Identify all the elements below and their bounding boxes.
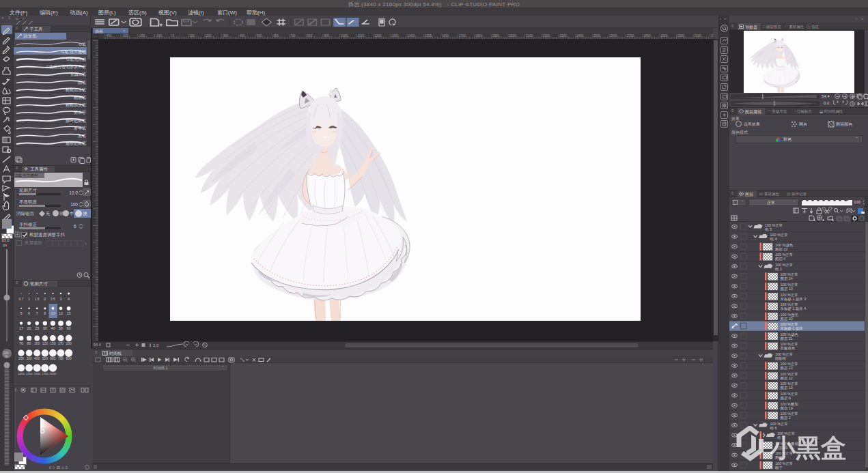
svg-text:800: 800 [307, 34, 313, 38]
svg-text:700: 700 [58, 357, 64, 360]
svg-text:-300: -300 [122, 34, 129, 38]
svg-text:8: 8 [44, 311, 46, 315]
svg-text:1000: 1000 [341, 34, 348, 38]
svg-text:300: 300 [27, 357, 32, 360]
svg-text:80: 80 [27, 341, 31, 345]
svg-text:未标题-1 副本 3: 未标题-1 副本 3 [781, 297, 807, 302]
svg-text:2.5: 2.5 [51, 298, 55, 301]
svg-text:图层 21: 图层 21 [781, 336, 793, 341]
svg-text:10: 10 [51, 311, 55, 315]
svg-text:-200: -200 [139, 34, 145, 38]
svg-text:图层 23: 图层 23 [781, 366, 793, 371]
svg-text:12: 12 [59, 311, 63, 315]
svg-text:2: 2 [44, 297, 46, 301]
svg-text:图层 9: 图层 9 [781, 396, 791, 401]
svg-text:2000: 2000 [50, 372, 57, 375]
svg-text:-100: -100 [156, 34, 163, 38]
svg-text:1500: 1500 [425, 34, 432, 38]
svg-text:20: 20 [27, 326, 31, 330]
svg-text:100: 100 [189, 34, 195, 38]
svg-text:2000: 2000 [509, 34, 517, 38]
svg-text:800: 800 [66, 357, 72, 360]
svg-text:图层 10: 图层 10 [781, 386, 793, 390]
svg-text:200: 200 [66, 342, 72, 345]
svg-text:30: 30 [43, 326, 47, 330]
svg-text:图层 2: 图层 2 [781, 416, 791, 420]
svg-text:3: 3 [60, 297, 62, 301]
svg-text:15: 15 [67, 311, 71, 315]
svg-text:2100: 2100 [526, 34, 533, 38]
svg-text:1700: 1700 [42, 372, 48, 375]
svg-text:7: 7 [36, 311, 38, 315]
svg-text:40: 40 [51, 326, 55, 330]
svg-text:50: 50 [59, 326, 63, 330]
svg-text:300: 300 [223, 34, 228, 38]
svg-text:600: 600 [273, 34, 279, 38]
svg-text:2600: 2600 [610, 34, 617, 38]
svg-text:3000: 3000 [677, 34, 685, 38]
svg-text:3100: 3100 [695, 34, 702, 38]
svg-text:3200: 3200 [711, 34, 713, 38]
svg-text:1000: 1000 [18, 372, 25, 375]
svg-text:2500: 2500 [593, 34, 601, 38]
svg-text:6: 6 [28, 311, 30, 315]
svg-text:70: 70 [19, 341, 23, 345]
svg-text:2.0: 2.0 [153, 343, 159, 347]
svg-text:1: 1 [28, 297, 30, 301]
svg-text:未标题-1 副本: 未标题-1 副本 [781, 326, 804, 331]
svg-text:500: 500 [257, 34, 262, 38]
svg-text:0: 0 [173, 34, 175, 38]
svg-text:600: 600 [50, 357, 55, 360]
svg-text:60: 60 [67, 326, 71, 330]
svg-text:1500: 1500 [33, 372, 40, 375]
svg-text:4: 4 [68, 297, 70, 301]
svg-text:组 1: 组 1 [775, 267, 782, 271]
svg-text:17: 17 [19, 326, 23, 330]
svg-text:900: 900 [324, 34, 329, 38]
svg-text:图层 19: 图层 19 [781, 406, 793, 411]
svg-text:1700: 1700 [459, 34, 466, 38]
svg-text:1200: 1200 [374, 34, 382, 38]
svg-text:未标题-1 副本 4: 未标题-1 副本 4 [781, 306, 807, 311]
svg-text:1200: 1200 [26, 372, 33, 375]
svg-text:2900: 2900 [660, 34, 668, 38]
svg-text:组 4: 组 4 [770, 237, 777, 241]
svg-text:400: 400 [34, 357, 40, 360]
svg-text:图层 12: 图层 12 [781, 376, 793, 381]
svg-text:2300: 2300 [559, 34, 567, 38]
svg-text:700: 700 [290, 34, 296, 38]
svg-text:250: 250 [18, 357, 24, 360]
svg-text:2700: 2700 [627, 34, 634, 38]
svg-text:5: 5 [20, 311, 23, 315]
svg-text:500: 500 [42, 357, 48, 360]
svg-text:1800: 1800 [475, 34, 483, 38]
svg-text:1300: 1300 [391, 34, 399, 38]
svg-text:25: 25 [35, 326, 39, 330]
svg-text:图层 13: 图层 13 [781, 287, 793, 291]
svg-text:组 5: 组 5 [765, 227, 772, 231]
svg-text:2400: 2400 [576, 34, 584, 38]
svg-text:阴影组: 阴影组 [775, 356, 787, 361]
svg-text:120: 120 [42, 342, 48, 345]
svg-text:-400: -400 [105, 34, 112, 38]
svg-text:衣服底色: 衣服底色 [781, 346, 796, 350]
svg-text:150: 150 [50, 342, 55, 345]
svg-text:1600: 1600 [442, 34, 449, 38]
svg-text:2800: 2800 [644, 34, 652, 38]
svg-text:1400: 1400 [408, 34, 416, 38]
svg-text:帽子: 帽子 [775, 465, 783, 470]
svg-text:1100: 1100 [358, 34, 365, 38]
svg-text:200: 200 [206, 34, 212, 38]
svg-text:图层 22: 图层 22 [775, 247, 787, 252]
svg-text:100: 100 [34, 342, 40, 345]
svg-text:400: 400 [240, 34, 245, 38]
svg-text:图层 14: 图层 14 [781, 276, 793, 281]
svg-text:图层 4: 图层 4 [775, 257, 785, 261]
svg-text:图层 20: 图层 20 [781, 317, 793, 321]
svg-text:1.5: 1.5 [35, 298, 40, 301]
svg-text:2200: 2200 [543, 34, 550, 38]
svg-text:0.7: 0.7 [19, 298, 24, 301]
svg-text:170: 170 [58, 342, 64, 345]
svg-text:小黑盒: 小黑盒 [770, 434, 846, 462]
svg-text:1900: 1900 [492, 34, 500, 38]
